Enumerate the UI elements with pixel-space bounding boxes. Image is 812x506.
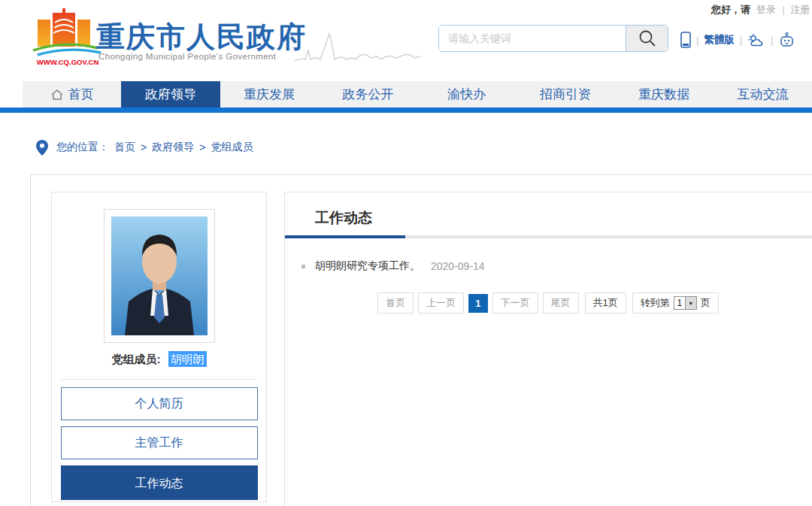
nav-item-label: 渝快办 [447,86,486,103]
breadcrumb-prefix: 您的位置： [56,141,109,154]
nav-item-interaction[interactable]: 互动交流 [714,81,812,108]
breadcrumb-section[interactable]: 政府领导 [152,141,194,154]
section-title-rule [285,235,812,238]
pagination-next-button[interactable]: 下一页 [492,292,538,314]
home-icon [50,89,64,101]
nav-item-label: 互动交流 [737,86,788,103]
sidebar-divider [60,379,258,380]
nav-item-government-affairs[interactable]: 政务公开 [319,81,417,108]
section-title: 工作动态 [315,210,812,226]
nav-item-home[interactable]: 首页 [23,81,121,108]
header-quick-links: | 繁體版 | | [680,32,795,48]
nav-item-label: 政府领导 [145,86,196,103]
pagination-prev-button[interactable]: 上一页 [418,292,464,314]
site-subtitle: Chongqing Municipal People's Government [98,52,276,61]
site-title: 重庆市人民政府 [96,18,307,56]
pagination-total-pages: 共1页 [585,292,626,314]
icon-divider: | [771,35,773,46]
pagination: 首页 上一页 1 下一页 尾页 共1页 转到第 1 ▼ 页 [285,292,811,314]
breadcrumb-home[interactable]: 首页 [114,141,135,154]
panel-header: 工作动态 [285,192,812,238]
official-name-highlighted: 胡明朗 [168,351,207,367]
official-photo [104,209,215,343]
search-button[interactable] [626,26,668,51]
pagination-goto: 转到第 1 ▼ 页 [632,292,719,314]
sidebar-button-group: 个人简历 主管工作 工作动态 [52,387,266,500]
sidebar-button-resume[interactable]: 个人简历 [61,387,258,420]
skyline-decoration [295,27,421,66]
search-input[interactable] [439,26,626,51]
nav-item-label: 政务公开 [342,86,393,103]
article-link[interactable]: 胡明朗研究专项工作。 [315,259,420,273]
nav-item-label: 重庆数据 [638,86,689,103]
work-updates-panel: 工作动态 胡明朗研究专项工作。 2020-09-14 首页 上一页 1 下一页 … [284,192,812,506]
greeting-text: 您好，请 [711,4,750,15]
traditional-version-link[interactable]: 繁體版 [704,33,735,47]
dropdown-arrow-icon[interactable]: ▼ [685,297,696,309]
location-pin-icon [36,140,48,156]
search-box [438,25,668,52]
nav-item-yukuaiban[interactable]: 渝快办 [417,81,516,108]
article-list-item[interactable]: 胡明朗研究专项工作。 2020-09-14 [301,259,812,273]
caption-label: 党组成员: [111,353,160,365]
pagination-page-1-button[interactable]: 1 [468,294,487,313]
bullet-icon [301,265,305,268]
robot-icon[interactable] [779,32,795,47]
profile-card: 党组成员: 胡明朗 个人简历 主管工作 工作动态 [51,192,267,502]
pagination-last-button[interactable]: 尾页 [543,292,579,314]
account-bar: 您好，请 登录 | 注册 [711,3,810,17]
breadcrumb-separator: > [141,141,147,153]
login-link[interactable]: 登录 [756,4,776,15]
sidebar-button-work-updates[interactable]: 工作动态 [61,465,258,500]
nav-item-investment[interactable]: 招商引资 [516,81,614,108]
page-select-value: 1 [674,297,685,309]
goto-suffix: 页 [701,296,710,310]
main-nav: 首页 政府领导 重庆发展 政务公开 渝快办 招商引资 重庆数据 互动交流 [23,81,812,108]
search-icon [638,29,656,47]
official-caption: 党组成员: 胡明朗 [52,353,266,367]
nav-item-chongqing-data[interactable]: 重庆数据 [615,81,714,108]
breadcrumb-current[interactable]: 党组成员 [211,141,253,154]
official-portrait-image [111,217,208,335]
article-date: 2020-09-14 [431,260,485,272]
weather-icon[interactable] [747,33,765,47]
nav-item-label: 首页 [68,86,94,103]
auth-divider: | [782,4,784,15]
nav-item-government-leaders[interactable]: 政府领导 [121,81,220,108]
nav-accent-strip [0,108,812,113]
icon-divider: | [696,35,698,46]
breadcrumb: 您的位置： 首页 > 政府领导 > 党组成员 [36,139,253,156]
nav-item-label: 重庆发展 [244,86,295,103]
logo-url-text: WWW.CQ.GOV.CN [37,58,99,66]
nav-item-chongqing-development[interactable]: 重庆发展 [220,81,319,108]
page-select[interactable]: 1 ▼ [674,296,697,310]
breadcrumb-separator: > [199,141,205,153]
goto-prefix: 转到第 [641,296,670,310]
register-link[interactable]: 注册 [790,4,810,15]
pagination-first-button[interactable]: 首页 [377,292,414,314]
nav-item-label: 招商引资 [540,86,591,103]
mobile-icon[interactable] [680,32,691,48]
icon-divider: | [740,35,742,46]
sidebar-button-duties[interactable]: 主管工作 [61,426,258,459]
